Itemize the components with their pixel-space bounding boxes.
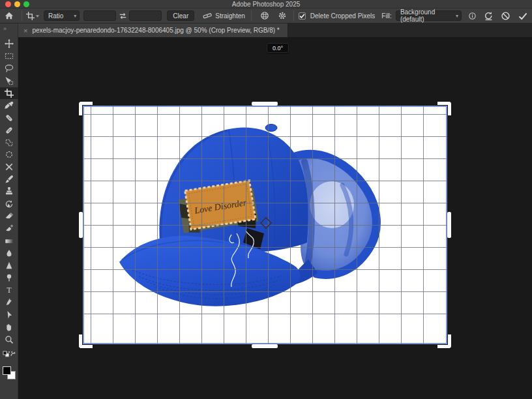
- document-tab-title: pexels-macjoy-penaredondo-17632248-80064…: [32, 27, 279, 34]
- crop-height-input[interactable]: [129, 10, 162, 21]
- path-selection-tool[interactable]: [0, 309, 18, 321]
- chevron-down-icon: ▾: [74, 13, 76, 19]
- fill-label: Fill:: [381, 12, 392, 20]
- fill-select-value: Background (default): [400, 8, 452, 23]
- chevron-down-icon: [35, 14, 40, 18]
- lasso-tool[interactable]: [0, 63, 18, 75]
- crop-tool[interactable]: [0, 87, 18, 100]
- eraser-tool-icon: [5, 212, 14, 221]
- type-tool[interactable]: T: [0, 284, 18, 297]
- pen-tool[interactable]: [0, 297, 18, 309]
- background-eraser-tool[interactable]: [0, 222, 18, 235]
- move-tool[interactable]: [0, 38, 18, 50]
- crop-handle-bottom[interactable]: [252, 344, 278, 348]
- chevron-down-icon: ▾: [456, 13, 458, 19]
- crop-width-input[interactable]: [83, 10, 116, 21]
- crop-handle-top-left[interactable]: [79, 102, 93, 115]
- spot-healing-brush-tool[interactable]: [0, 111, 18, 124]
- zoom-tool[interactable]: [0, 333, 18, 346]
- clone-stamp-tool-icon: [5, 187, 14, 196]
- crop-overlay-options-button[interactable]: [258, 11, 272, 20]
- lasso-tool-icon: [5, 64, 14, 73]
- delete-cropped-pixels-checkbox[interactable]: [297, 12, 308, 20]
- crop-info-button[interactable]: [464, 12, 480, 20]
- commit-crop-button[interactable]: [514, 11, 532, 21]
- rectangular-marquee-tool-icon: [5, 52, 14, 61]
- separator: [251, 10, 252, 21]
- move-tool-icon: [5, 39, 14, 48]
- collapse-toolbar-button[interactable]: »: [0, 23, 18, 38]
- foreground-color-swatch[interactable]: [3, 366, 11, 375]
- history-brush-tool[interactable]: [0, 198, 18, 211]
- path-selection-tool-icon: [5, 310, 14, 319]
- straighten-label: Straighten: [215, 12, 245, 20]
- crop-options-bar: Ratio ▾ Clear Straighten Delete Cropped …: [0, 8, 532, 23]
- type-tool-icon: T: [5, 286, 14, 295]
- crop-tool-preset-button[interactable]: [25, 12, 40, 20]
- patch-tool[interactable]: [0, 136, 18, 149]
- spot-healing-brush-tool-icon: [5, 113, 14, 123]
- gradient-tool-icon: [5, 237, 14, 246]
- hand-tool[interactable]: [0, 321, 18, 333]
- title-bar: Adobe Photoshop 2025: [0, 0, 532, 8]
- object-selection-tool[interactable]: [0, 75, 18, 87]
- blur-tool-icon: [5, 249, 14, 258]
- reset-icon: [484, 11, 494, 21]
- gear-icon: [278, 11, 287, 20]
- straighten-icon: [202, 11, 213, 20]
- healing-brush-tool-icon: [5, 126, 14, 135]
- eraser-tool[interactable]: [0, 210, 18, 222]
- ratio-select[interactable]: Ratio ▾: [44, 10, 80, 21]
- reset-crop-button[interactable]: [480, 11, 497, 21]
- crop-handle-right[interactable]: [447, 212, 451, 238]
- delete-cropped-pixels-label: Delete Cropped Pixels: [310, 12, 376, 20]
- home-button[interactable]: [0, 11, 18, 20]
- clear-button[interactable]: Clear: [167, 10, 194, 21]
- document-tab-bar: × pexels-macjoy-penaredondo-17632248-800…: [18, 23, 532, 37]
- crop-handle-top-right[interactable]: [437, 102, 451, 115]
- healing-brush-tool[interactable]: [0, 124, 18, 136]
- tab-close-icon[interactable]: ×: [23, 27, 27, 35]
- dodge-tool[interactable]: [0, 272, 18, 284]
- blur-tool[interactable]: [0, 247, 18, 259]
- default-colors-icon[interactable]: [3, 351, 16, 358]
- fill-select[interactable]: Background (default) ▾: [396, 10, 462, 21]
- brush-tool[interactable]: [0, 173, 18, 186]
- pen-tool-icon: [5, 298, 14, 307]
- straighten-button[interactable]: [200, 11, 215, 20]
- trucker-cap-image: Love Disorder: [83, 106, 447, 344]
- object-selection-tool-icon: [5, 76, 14, 85]
- rectangular-marquee-tool[interactable]: [0, 50, 18, 63]
- eyedropper-tool[interactable]: [0, 99, 18, 111]
- crop-handle-bottom-right[interactable]: [437, 334, 451, 348]
- color-controls: [0, 348, 18, 362]
- gradient-tool[interactable]: [0, 235, 18, 247]
- crop-tool-icon: [5, 89, 14, 98]
- hand-tool-icon: [5, 323, 14, 332]
- brush-tool-icon: [5, 175, 14, 184]
- canvas-area[interactable]: 0.0°: [18, 37, 532, 399]
- rotation-angle-tooltip: 0.0°: [267, 43, 289, 53]
- content-aware-move-tool[interactable]: [0, 161, 18, 173]
- crop-settings-button[interactable]: [274, 11, 290, 20]
- crop-handle-left[interactable]: [79, 212, 83, 238]
- cancel-crop-button[interactable]: [497, 11, 514, 21]
- ratio-select-value: Ratio: [48, 12, 63, 20]
- sharpen-tool-icon: [5, 261, 14, 270]
- checkmark-icon: [299, 13, 305, 19]
- overlay-grid-icon: [260, 11, 269, 20]
- clone-stamp-tool[interactable]: [0, 186, 18, 198]
- document-tab[interactable]: × pexels-macjoy-penaredondo-17632248-800…: [18, 23, 288, 37]
- swap-dimensions-button[interactable]: [116, 12, 129, 20]
- crop-preview-image[interactable]: Love Disorder: [83, 106, 447, 344]
- remove-tool[interactable]: [0, 149, 18, 161]
- crop-icon: [26, 12, 35, 20]
- cancel-icon: [501, 11, 510, 21]
- crop-handle-top[interactable]: [252, 102, 278, 106]
- crop-handle-bottom-left[interactable]: [79, 334, 93, 348]
- svg-text:T: T: [7, 286, 12, 295]
- separator: [22, 10, 22, 21]
- history-brush-tool-icon: [5, 200, 14, 209]
- dodge-tool-icon: [5, 273, 14, 282]
- sharpen-tool[interactable]: [0, 259, 18, 272]
